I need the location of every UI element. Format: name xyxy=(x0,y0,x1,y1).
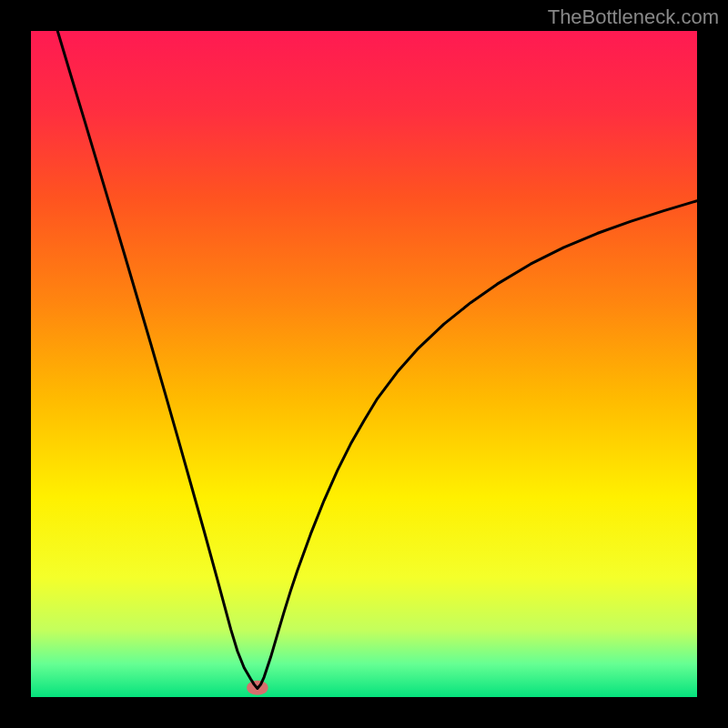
attribution-text: TheBottleneck.com xyxy=(548,5,719,29)
chart-background xyxy=(31,31,697,697)
chart-plot-area xyxy=(31,31,697,697)
chart-frame: TheBottleneck.com xyxy=(0,0,728,728)
chart-svg xyxy=(31,31,697,697)
